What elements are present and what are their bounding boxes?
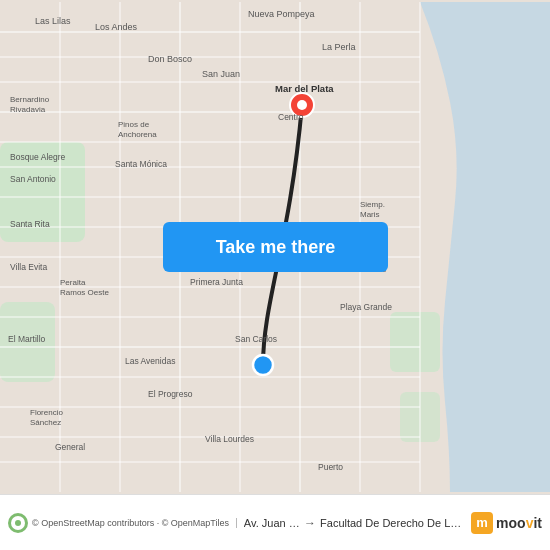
svg-text:Las Lilas: Las Lilas (35, 16, 71, 26)
svg-text:Santa Rita: Santa Rita (10, 219, 50, 229)
svg-text:Bosque Alegre: Bosque Alegre (10, 152, 66, 162)
bottom-bar: © OpenStreetMap contributors · © OpenMap… (0, 494, 550, 550)
arrow-right-icon: → (304, 516, 316, 530)
route-from: Av. Juan B. J... (244, 517, 300, 529)
svg-text:Rivadavia: Rivadavia (10, 105, 46, 114)
svg-text:La Perla: La Perla (322, 42, 356, 52)
route-section: Av. Juan B. J... → Facultad De Derecho D… (244, 516, 465, 530)
svg-text:Ramos Oeste: Ramos Oeste (60, 288, 109, 297)
svg-text:Primera Junta: Primera Junta (190, 277, 243, 287)
svg-text:Maris: Maris (360, 210, 380, 219)
moovit-text: moovit (496, 515, 542, 531)
svg-text:Anchorena: Anchorena (118, 130, 157, 139)
svg-text:Pinos de: Pinos de (118, 120, 150, 129)
svg-text:Mar del Plata: Mar del Plata (275, 83, 334, 94)
svg-text:Las Avenidas: Las Avenidas (125, 356, 175, 366)
svg-text:Villa Lourdes: Villa Lourdes (205, 434, 254, 444)
svg-text:El Martillo: El Martillo (8, 334, 46, 344)
attribution-section: © OpenStreetMap contributors · © OpenMap… (8, 513, 229, 533)
svg-text:Villa Evita: Villa Evita (10, 262, 47, 272)
route-to: Facultad De Derecho De La Universi... (320, 517, 465, 529)
svg-text:Don Bosco: Don Bosco (148, 54, 192, 64)
svg-text:San Carlos: San Carlos (235, 334, 277, 344)
svg-text:Nueva Pompeya: Nueva Pompeya (248, 9, 315, 19)
svg-text:Los Andes: Los Andes (95, 22, 138, 32)
svg-text:El Progreso: El Progreso (148, 389, 193, 399)
svg-text:Peralta: Peralta (60, 278, 86, 287)
svg-text:San Juan: San Juan (202, 69, 240, 79)
svg-text:San Antonio: San Antonio (10, 174, 56, 184)
svg-text:Santa Mónica: Santa Mónica (115, 159, 167, 169)
svg-point-29 (297, 100, 307, 110)
svg-point-30 (253, 355, 273, 375)
svg-text:Florencio: Florencio (30, 408, 63, 417)
svg-text:Puerto: Puerto (318, 462, 343, 472)
separator: | (235, 517, 238, 528)
svg-text:Bernardino: Bernardino (10, 95, 50, 104)
moovit-m-icon: m (471, 512, 493, 534)
osm-logo (8, 513, 28, 533)
take-me-there-button[interactable]: Take me there (163, 222, 388, 272)
svg-text:General: General (55, 442, 85, 452)
map-area: Las Lilas Los Andes Nueva Pompeya La Per… (0, 0, 550, 494)
svg-rect-3 (390, 312, 440, 372)
main-container: Las Lilas Los Andes Nueva Pompeya La Per… (0, 0, 550, 550)
svg-text:Siemp.: Siemp. (360, 200, 385, 209)
svg-text:Sánchez: Sánchez (30, 418, 61, 427)
svg-text:Centro: Centro (278, 112, 304, 122)
svg-text:Playa Grande: Playa Grande (340, 302, 392, 312)
attribution-text: © OpenStreetMap contributors · © OpenMap… (32, 518, 229, 528)
moovit-logo: m moovit (471, 512, 542, 534)
